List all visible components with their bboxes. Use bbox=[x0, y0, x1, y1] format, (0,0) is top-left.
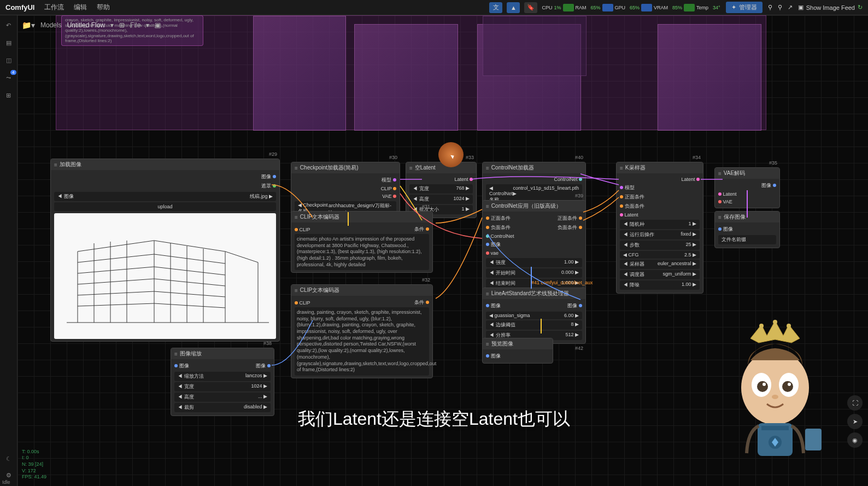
translate-icon[interactable]: 文 bbox=[489, 2, 502, 13]
manager-button[interactable]: ✦ 管理器 bbox=[726, 2, 763, 13]
app-brand: ComfyUI bbox=[5, 3, 34, 11]
menu-help[interactable]: 帮助 bbox=[97, 3, 110, 12]
node-id: #42 bbox=[575, 346, 583, 351]
svg-point-18 bbox=[741, 350, 809, 425]
node-load-image[interactable]: #29 ≡ 加载图像 图像 遮罩 ◀ 图像线稿.jpg ▶ upload bbox=[50, 159, 280, 342]
node-id: #33 bbox=[466, 155, 474, 160]
svg-rect-0 bbox=[56, 213, 274, 339]
node-preview-image[interactable]: ≡预览图像 图像 bbox=[482, 338, 553, 364]
drag-icon: ≡ bbox=[54, 162, 57, 168]
negative-prompt[interactable]: drawing, painting, crayon, sketch, graph… bbox=[295, 307, 429, 376]
svg-point-22 bbox=[782, 381, 793, 392]
menu-edit[interactable]: 编辑 bbox=[74, 3, 87, 12]
vram-stat: 85% Temp bbox=[672, 4, 708, 11]
node-controlnet-apply[interactable]: #39 ≡ControlNet应用（旧版高级） 正面条件正面条件 负面条件负面条… bbox=[482, 200, 586, 292]
node-clip-positive[interactable]: #31 ≡CLIP文本编码器 CLIP条件 cinematic photo An… bbox=[291, 211, 433, 273]
upload-button[interactable]: upload bbox=[54, 202, 276, 211]
node-header[interactable]: ≡ 加载图像 bbox=[51, 159, 279, 170]
perf-stats: T: 0.00s I: 0 N: 39 [24] V: 172 FPS: 41.… bbox=[22, 449, 46, 481]
node-empty-latent[interactable]: #33 ≡空Latent Latent ◀ 宽度768 ▶ ◀ 高度1024 ▶… bbox=[406, 162, 477, 218]
node-id: #32 bbox=[422, 277, 430, 283]
svg-point-23 bbox=[763, 383, 766, 386]
cpu-stat: CPU 1% RAM bbox=[542, 4, 586, 11]
list-icon[interactable]: ▤ bbox=[3, 37, 14, 48]
node-id: #34 bbox=[693, 155, 701, 160]
image-icon: ▣ bbox=[798, 4, 804, 11]
puzzle-icon: ✦ bbox=[731, 4, 736, 11]
person-icon-2[interactable]: ⚲ bbox=[778, 4, 782, 11]
temp-val: 34° bbox=[713, 5, 720, 10]
cube-icon[interactable]: ◫ bbox=[3, 55, 14, 66]
svg-point-27 bbox=[773, 320, 777, 324]
preview-thumb-2 bbox=[354, 24, 458, 131]
grid-icon[interactable]: ⊞ bbox=[119, 21, 125, 29]
positive-prompt[interactable]: cinematic photo An artist's impression o… bbox=[295, 234, 429, 270]
svg-point-26 bbox=[759, 324, 764, 328]
ram-stat: 65% GPU bbox=[591, 4, 626, 11]
purple-panel bbox=[483, 16, 587, 76]
node-vae-decode[interactable]: #35 ≡VAE解码 图像 Latent VAE bbox=[714, 167, 780, 208]
secondary-bar: 📁▾ Models Untitled Flow ▾ ⊞ File ▾ ▣ bbox=[22, 21, 161, 30]
node-id: #30 bbox=[389, 155, 397, 160]
chevron-down-icon-2[interactable]: ▾ bbox=[146, 21, 149, 29]
sidebar-badge: 4 bbox=[10, 70, 16, 75]
image-preview bbox=[54, 213, 276, 339]
node-id: #29 bbox=[269, 151, 277, 157]
file-label[interactable]: File bbox=[130, 21, 140, 29]
svg-point-28 bbox=[787, 324, 791, 328]
box-icon[interactable]: ▣ bbox=[155, 21, 161, 29]
node-id: #39 bbox=[575, 193, 583, 198]
node-clip-negative[interactable]: #32 ≡CLIP文本编码器 CLIP条件 drawing, painting,… bbox=[291, 284, 433, 378]
status-text: Idle bbox=[2, 479, 10, 485]
node-image-scale[interactable]: #38 ≡图像缩放 图像图像 ◀ 缩放方法lanczos ▶ ◀ 宽度1024 … bbox=[171, 348, 274, 416]
ram-bar bbox=[563, 4, 574, 11]
show-image-feed-button[interactable]: ▣ Show Image Feed ↻ bbox=[798, 4, 863, 11]
floating-buttons: ⛶ ➤ ◉ bbox=[847, 395, 863, 448]
person-icon-1[interactable]: ⚲ bbox=[768, 4, 772, 11]
bookmark-icon[interactable]: 🔖 bbox=[524, 2, 537, 13]
gpu-stat: 65% VRAM bbox=[630, 4, 668, 11]
node-clip-neg-top[interactable]: crayon, sketch, graphite, impressionist,… bbox=[61, 15, 203, 46]
send-icon[interactable]: ➤ bbox=[847, 414, 863, 429]
mascot-character bbox=[720, 317, 830, 470]
image-select[interactable]: ◀ 图像线稿.jpg ▶ bbox=[54, 192, 276, 201]
style-icon[interactable]: ▲ bbox=[507, 2, 520, 13]
svg-rect-30 bbox=[761, 426, 789, 430]
aux-label: #41 comfyui_controlnet_aux bbox=[531, 280, 593, 285]
models-label[interactable]: Models bbox=[40, 21, 62, 29]
moon-icon[interactable]: ☾ bbox=[3, 453, 14, 464]
refresh-icon[interactable]: ↻ bbox=[858, 4, 863, 11]
flow-icon[interactable]: ⤳ 4 bbox=[3, 72, 14, 83]
node-id: #31 bbox=[422, 204, 430, 209]
fullscreen-icon[interactable]: ⛶ bbox=[847, 395, 863, 411]
svg-point-24 bbox=[788, 383, 791, 386]
tree-icon[interactable]: ⊞ bbox=[3, 90, 14, 101]
vram-bar bbox=[641, 4, 652, 11]
undo-icon[interactable]: ↶ bbox=[3, 20, 14, 31]
temp-bar bbox=[684, 4, 695, 11]
eye-icon[interactable]: ◉ bbox=[847, 432, 863, 448]
cursor-icon bbox=[450, 154, 455, 159]
node-id: #38 bbox=[263, 341, 272, 346]
menu-workflow[interactable]: 工作流 bbox=[44, 3, 64, 12]
folder-icon[interactable]: 📁▾ bbox=[22, 21, 35, 30]
node-id: #35 bbox=[769, 160, 777, 166]
building-sketch bbox=[54, 213, 276, 339]
node-id: #40 bbox=[575, 155, 583, 160]
left-sidebar: ↶ ▤ ◫ ⤳ 4 ⊞ ☾ ⚙ bbox=[0, 15, 17, 486]
share-icon[interactable]: ↗ bbox=[788, 4, 793, 11]
gear-icon[interactable]: ⚙ bbox=[3, 470, 14, 481]
node-ksampler[interactable]: #34 ≡K采样器 Latent 模型 正面条件 负面条件 Latent ◀ 随… bbox=[616, 162, 703, 294]
top-bar: ComfyUI 工作流 编辑 帮助 文 ▲ 🔖 CPU 1% RAM 65% G… bbox=[0, 0, 868, 15]
node-save-image[interactable]: ≡保存图像 图像 文件名前缀 bbox=[714, 211, 780, 248]
svg-point-25 bbox=[772, 395, 778, 399]
chevron-down-icon[interactable]: ▾ bbox=[110, 21, 114, 29]
flow-name[interactable]: Untitled Flow bbox=[67, 21, 105, 29]
gpu-bar bbox=[602, 4, 613, 11]
svg-rect-31 bbox=[805, 429, 822, 450]
cursor-highlight bbox=[438, 142, 464, 167]
svg-point-21 bbox=[757, 381, 768, 392]
subtitle-text: 我们Latent还是连接空Latent也可以 bbox=[298, 407, 570, 431]
preview-thumb-1 bbox=[253, 16, 346, 131]
node-lineart-preprocessor[interactable]: #42 ≡LineArtStandard艺术线预处理器 图像图像 ◀ guass… bbox=[482, 288, 586, 344]
